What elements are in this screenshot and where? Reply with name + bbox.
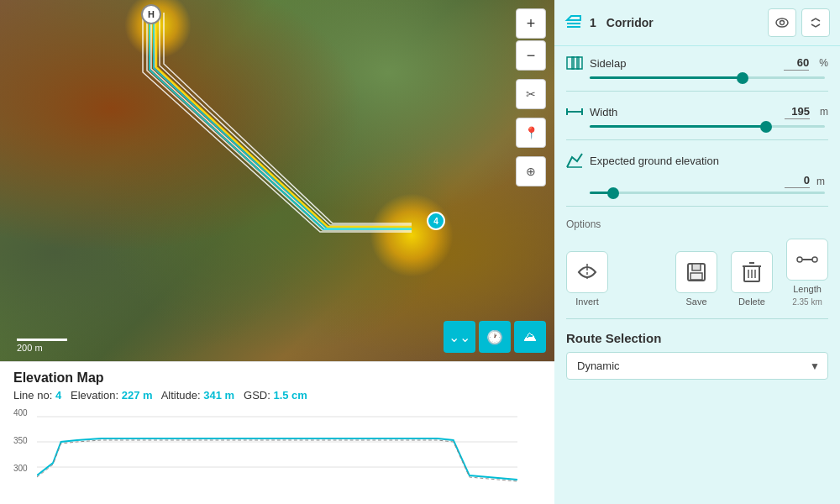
length-group: Length 2.35 km	[786, 239, 828, 307]
width-label: Width	[590, 106, 778, 118]
zoom-out-button[interactable]: −	[516, 40, 546, 71]
invert-label: Invert	[575, 297, 599, 307]
mountain-button[interactable]: ⛰	[514, 321, 546, 353]
zoom-in-button[interactable]: +	[516, 8, 546, 39]
svg-rect-9	[577, 57, 582, 69]
width-slider[interactable]	[566, 125, 828, 136]
options-buttons: Invert Save	[566, 239, 828, 307]
elevation-chart	[13, 408, 517, 492]
save-group: Save	[675, 251, 717, 307]
divider-3	[566, 206, 828, 207]
corridor-header: 1 Corridor	[554, 0, 840, 46]
elevation-label: Elevation:	[71, 389, 118, 402]
length-value: 2.35 km	[792, 297, 822, 307]
scale-line	[17, 339, 67, 341]
svg-point-5	[776, 18, 788, 27]
map-background	[0, 0, 554, 361]
corridor-icon	[564, 13, 583, 32]
line-no-label: Line no:	[13, 389, 52, 402]
save-label: Save	[685, 297, 706, 307]
delete-label: Delete	[738, 297, 765, 307]
corridor-actions	[768, 8, 830, 37]
elevation-label-row: Expected ground elevation	[566, 152, 828, 169]
elevation-setting-value[interactable]: 0	[785, 174, 810, 188]
altitude-value: 341 m	[203, 389, 234, 402]
elevation-setting-unit: m	[816, 176, 825, 187]
elevation-info: Line no: 4 Elevation: 227 m Altitude: 34…	[13, 389, 541, 402]
width-label-row: Width 195 m	[566, 103, 828, 120]
map-pin-button[interactable]: 📍	[516, 118, 546, 148]
width-icon	[566, 103, 583, 120]
sidelap-unit: %	[819, 57, 828, 69]
visibility-button[interactable]	[768, 8, 796, 37]
divider-4	[566, 318, 828, 319]
chart-area: 400 350 300	[13, 408, 541, 492]
divider-1	[566, 91, 828, 92]
clock-button[interactable]: 🕐	[479, 321, 511, 353]
sidelap-slider[interactable]	[566, 76, 828, 87]
elevation-setting-icon	[566, 152, 583, 169]
width-section: Width 195 m	[554, 95, 840, 136]
route-section: Route Selection Dynamic Static Manual ▼	[554, 323, 840, 388]
svg-point-25	[812, 257, 817, 262]
elevation-slider[interactable]	[566, 192, 828, 202]
width-value[interactable]: 195	[785, 105, 810, 119]
sidelap-icon	[566, 55, 583, 71]
home-marker: H	[141, 4, 161, 24]
map-bottom-buttons: ⌄⌄ 🕐 ⛰	[444, 321, 546, 353]
invert-group: Invert	[566, 251, 608, 307]
length-button[interactable]	[786, 239, 828, 281]
svg-rect-7	[567, 57, 574, 69]
map-area: H 4 + − ✂ 📍 ⊕ 200 m ⌄⌄ 🕐 ⛰	[0, 0, 554, 361]
collapse-button[interactable]	[801, 8, 830, 37]
sidelap-label-row: Sidelap 60 %	[566, 55, 828, 71]
svg-rect-8	[572, 57, 579, 69]
svg-point-24	[797, 257, 802, 262]
elevation-title: Elevation Map	[13, 370, 541, 386]
width-track	[590, 125, 825, 128]
elevation-track	[590, 192, 825, 194]
route-select-wrapper: Dynamic Static Manual ▼	[566, 352, 828, 380]
layers-button[interactable]: ⌄⌄	[444, 321, 475, 353]
invert-button[interactable]	[566, 251, 608, 293]
delete-group: Delete	[731, 251, 773, 307]
elevation-section: Expected ground elevation 0 m	[554, 144, 840, 202]
svg-point-6	[780, 21, 785, 25]
route-select[interactable]: Dynamic Static Manual	[566, 352, 828, 380]
sidelap-section: Sidelap 60 %	[554, 46, 840, 87]
gsd-value: 1.5 cm	[273, 389, 307, 402]
width-thumb[interactable]	[760, 121, 772, 133]
corridor-number: 1	[590, 16, 596, 29]
sidelap-value[interactable]: 60	[784, 56, 809, 71]
svg-rect-15	[692, 264, 701, 270]
y-label-350: 350	[13, 436, 28, 445]
waypoint-marker: 4	[427, 212, 445, 230]
y-label-300: 300	[13, 464, 28, 473]
sidelap-label: Sidelap	[590, 57, 777, 70]
divider-2	[566, 139, 828, 140]
delete-button[interactable]	[731, 251, 773, 293]
line-no-value: 4	[55, 389, 61, 402]
options-section: Options Invert	[554, 210, 840, 315]
width-fill	[590, 125, 766, 128]
map-controls: + − ✂ 📍 ⊕	[516, 8, 546, 186]
route-selection-title: Route Selection	[566, 331, 828, 345]
save-button[interactable]	[675, 251, 717, 293]
elevation-panel: Elevation Map Line no: 4 Elevation: 227 …	[0, 361, 554, 504]
scale-label: 200 m	[17, 343, 43, 353]
options-title: Options	[566, 218, 828, 230]
corridor-label: Corridor	[606, 16, 761, 29]
scissor-tool-button[interactable]: ✂	[516, 79, 546, 109]
elevation-thumb[interactable]	[607, 187, 619, 199]
elevation-setting-label: Expected ground elevation	[590, 155, 828, 167]
scale-bar: 200 m	[17, 339, 67, 353]
sidelap-fill	[590, 76, 743, 79]
length-label: Length	[793, 284, 822, 294]
home-button[interactable]: ⊕	[516, 156, 546, 186]
sidelap-thumb[interactable]	[737, 72, 748, 84]
altitude-label: Altitude:	[161, 389, 201, 402]
svg-rect-16	[690, 273, 702, 280]
gsd-label: GSD:	[244, 389, 270, 402]
sidelap-track	[590, 76, 825, 79]
width-unit: m	[820, 106, 828, 118]
